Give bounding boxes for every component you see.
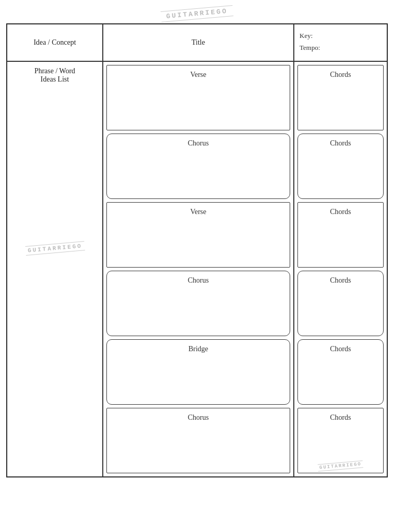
chord-watermark: GUITARRIEGO <box>318 460 363 472</box>
chords-4: Chords <box>297 271 384 336</box>
chords-column: Chords Chords Chords Chords Chords Chord… <box>294 61 387 477</box>
chords-2-label: Chords <box>330 139 351 148</box>
tempo-label: Tempo: <box>300 42 382 54</box>
chords-5: Chords <box>297 339 384 405</box>
chorus-3-label: Chorus <box>188 414 209 422</box>
bridge-label: Bridge <box>188 345 208 353</box>
key-tempo-header: Key: Tempo: <box>294 24 387 61</box>
key-label: Key: <box>300 30 382 42</box>
chords-4-label: Chords <box>330 276 351 285</box>
chords-3: Chords <box>297 202 384 268</box>
chords-1-label: Chords <box>330 71 351 79</box>
idea-concept-header: Idea / Concept <box>7 24 103 61</box>
page-wrapper: GUITARRIEGO Idea / Concept Title Key: Te… <box>0 0 394 532</box>
verse-2-label: Verse <box>190 208 206 216</box>
title-label: Title <box>192 38 205 47</box>
main-grid: Idea / Concept Title Key: Tempo: Phrase … <box>6 23 388 477</box>
watermark-text: GUITARRIEGO <box>160 5 233 22</box>
section-verse-2: Verse <box>106 202 290 268</box>
section-verse-1: Verse <box>106 65 290 130</box>
phrase-word-cell: Phrase / WordIdeas List GUITARRIEGO <box>7 61 103 477</box>
phrase-word-label: Phrase / WordIdeas List <box>34 67 75 84</box>
chords-6-label: Chords <box>330 414 351 422</box>
sections-column: Verse Chorus Verse Chorus Bridge Chorus <box>103 61 294 477</box>
chorus-1-label: Chorus <box>188 139 209 148</box>
idea-concept-label: Idea / Concept <box>34 38 76 47</box>
chords-5-label: Chords <box>330 345 351 353</box>
chords-2: Chords <box>297 134 384 199</box>
section-chorus-3: Chorus <box>106 408 290 473</box>
section-bridge: Bridge <box>106 339 290 405</box>
chords-1: Chords <box>297 65 384 130</box>
section-chorus-2: Chorus <box>106 271 290 336</box>
chords-6: Chords GUITARRIEGO <box>297 408 384 473</box>
chords-3-label: Chords <box>330 208 351 216</box>
top-watermark: GUITARRIEGO <box>6 5 388 23</box>
title-header: Title <box>103 24 294 61</box>
chorus-2-label: Chorus <box>188 276 209 285</box>
sidebar-watermark: GUITARRIEGO <box>25 241 85 256</box>
verse-1-label: Verse <box>190 71 206 79</box>
section-chorus-1: Chorus <box>106 134 290 199</box>
